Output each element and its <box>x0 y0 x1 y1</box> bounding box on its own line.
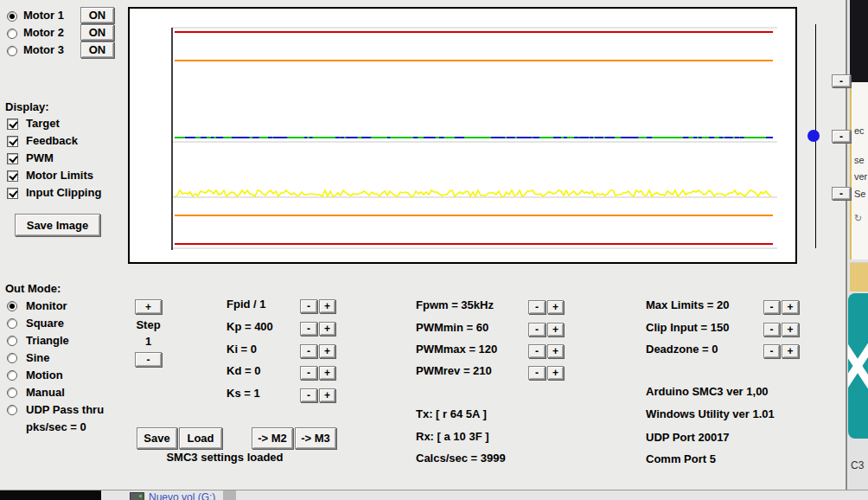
checkbox-motor-limits[interactable] <box>7 170 18 182</box>
radio-sine-label: Sine <box>26 352 49 364</box>
vertical-slider-thumb[interactable] <box>807 130 820 142</box>
pks-per-sec-value: pks/sec = 0 <box>26 421 86 433</box>
ks-value: Ks = 1 <box>227 388 260 400</box>
save-image-button[interactable]: Save Image <box>15 214 100 236</box>
chart-svg <box>130 9 795 262</box>
clip-input-minus-button[interactable]: - <box>763 323 780 337</box>
fpid-value: Fpid / 1 <box>227 298 266 311</box>
radio-monitor-label: Monitor <box>26 300 67 312</box>
copy-to-m3-button[interactable]: -> M3 <box>295 427 336 449</box>
checkbox-feedback-label: Feedback <box>26 135 78 147</box>
checkbox-input-clipping[interactable] <box>7 188 18 199</box>
radio-motor-2[interactable] <box>7 29 17 39</box>
arduino-version-text: Arduino SMC3 ver 1,00 <box>646 386 769 398</box>
background-window-right-panel: ec se ver Se ↻ <box>850 82 868 260</box>
ki-value: Ki = 0 <box>227 343 257 356</box>
fpid-plus-button[interactable]: + <box>319 299 335 313</box>
radio-udp-pass-thru-label: UDP Pass thru <box>26 404 104 416</box>
motor-2-on-button[interactable]: ON <box>80 24 114 41</box>
max-limits-minus-button[interactable]: - <box>763 300 780 314</box>
pwmmax-value: PWMmax = 120 <box>416 343 497 356</box>
screen: ec se ver Se ↻ C3 Nuevo vol (G:) Motor 1… <box>0 0 868 500</box>
radio-triangle[interactable] <box>7 336 17 346</box>
pwmmin-plus-button[interactable]: + <box>547 323 564 337</box>
radio-monitor[interactable] <box>7 301 17 311</box>
ki-plus-button[interactable]: + <box>319 344 335 358</box>
background-window-dark-region <box>850 0 868 82</box>
deadzone-value: Deadzone = 0 <box>646 343 718 356</box>
radio-manual-label: Manual <box>26 387 65 399</box>
background-yellow-block <box>850 262 868 292</box>
background-text-fragment: Se <box>854 189 865 199</box>
radio-motion[interactable] <box>7 370 17 381</box>
pwmmax-plus-button[interactable]: + <box>547 344 564 358</box>
kd-plus-button[interactable]: + <box>319 366 335 380</box>
comm-port-text: Comm Port 5 <box>646 453 716 465</box>
tx-status: Tx: [ r 64 5A ] <box>416 408 487 420</box>
drive-link[interactable]: Nuevo vol (G:) <box>149 491 215 500</box>
pwmmin-value: PWMmin = 60 <box>416 322 488 334</box>
kp-minus-button[interactable]: - <box>300 322 317 336</box>
deadzone-plus-button[interactable]: + <box>782 344 799 358</box>
motor-2-label: Motor 2 <box>23 27 64 39</box>
udp-port-text: UDP Port 20017 <box>646 432 730 444</box>
scale-minus-button-3[interactable]: - <box>832 187 851 200</box>
background-bottom-window: Nuevo vol (G:) <box>101 490 868 500</box>
kp-value: Kp = 400 <box>227 321 273 333</box>
copy-to-m2-button[interactable]: -> M2 <box>252 427 293 449</box>
utility-version-text: Windows Utility ver 1.01 <box>646 408 775 420</box>
radio-square[interactable] <box>7 318 17 329</box>
background-text-fragment: ec <box>854 125 865 136</box>
checkbox-feedback[interactable] <box>7 136 18 147</box>
pwmrev-minus-button[interactable]: - <box>528 366 546 380</box>
smc3-utility-window: Motor 1 ON Motor 2 ON Motor 3 ON Display… <box>0 0 847 490</box>
motor-3-on-button[interactable]: ON <box>80 42 114 58</box>
checkbox-pwm-label: PWM <box>26 152 54 164</box>
trace-chart <box>128 7 797 264</box>
kd-value: Kd = 0 <box>227 365 260 377</box>
radio-motor-3[interactable] <box>7 46 17 56</box>
ks-plus-button[interactable]: + <box>319 388 335 402</box>
kd-minus-button[interactable]: - <box>300 366 317 380</box>
radio-motor-1[interactable] <box>7 11 17 22</box>
clip-input-value: Clip Input = 150 <box>646 322 729 334</box>
scale-minus-button-2[interactable]: - <box>832 130 851 143</box>
checkbox-target[interactable] <box>7 119 18 130</box>
fpwm-minus-button[interactable]: - <box>528 300 546 314</box>
checkbox-pwm[interactable] <box>7 153 18 164</box>
background-scrollbar[interactable] <box>223 490 236 500</box>
kp-plus-button[interactable]: + <box>319 322 335 336</box>
deadzone-minus-button[interactable]: - <box>763 344 780 358</box>
pwmrev-value: PWMrev = 210 <box>416 365 492 377</box>
step-minus-button[interactable]: - <box>135 352 162 367</box>
load-settings-button[interactable]: Load <box>179 427 222 449</box>
clip-input-plus-button[interactable]: + <box>782 323 799 337</box>
motor-1-on-button[interactable]: ON <box>80 7 114 23</box>
background-text-fragment: se <box>854 155 865 165</box>
step-plus-button[interactable]: + <box>135 299 162 314</box>
background-taskbar-dark <box>0 490 101 500</box>
save-settings-button[interactable]: Save <box>137 427 177 449</box>
radio-manual[interactable] <box>7 388 17 398</box>
motor-1-label: Motor 1 <box>23 10 64 22</box>
max-limits-value: Max Limits = 20 <box>646 299 729 311</box>
scale-minus-button-1[interactable]: - <box>832 74 851 87</box>
pwmmax-minus-button[interactable]: - <box>528 344 546 358</box>
refresh-icon: ↻ <box>854 213 862 224</box>
motor-3-label: Motor 3 <box>23 44 64 56</box>
ks-minus-button[interactable]: - <box>300 388 317 402</box>
settings-status-text: SMC3 settings loaded <box>138 452 311 464</box>
fpwm-plus-button[interactable]: + <box>547 300 564 314</box>
radio-sine[interactable] <box>7 353 17 363</box>
background-text-fragment: ver <box>854 171 867 182</box>
display-section-title: Display: <box>5 101 49 113</box>
rx-status: Rx: [ a 10 3F ] <box>416 431 489 443</box>
pwmrev-plus-button[interactable]: + <box>547 366 564 380</box>
fpid-minus-button[interactable]: - <box>300 299 317 313</box>
ki-minus-button[interactable]: - <box>300 344 317 358</box>
radio-udp-pass-thru[interactable] <box>7 405 17 415</box>
max-limits-plus-button[interactable]: + <box>782 300 799 314</box>
checkbox-motor-limits-label: Motor Limits <box>26 170 93 182</box>
step-value: 1 <box>130 336 167 348</box>
pwmmin-minus-button[interactable]: - <box>528 323 546 337</box>
